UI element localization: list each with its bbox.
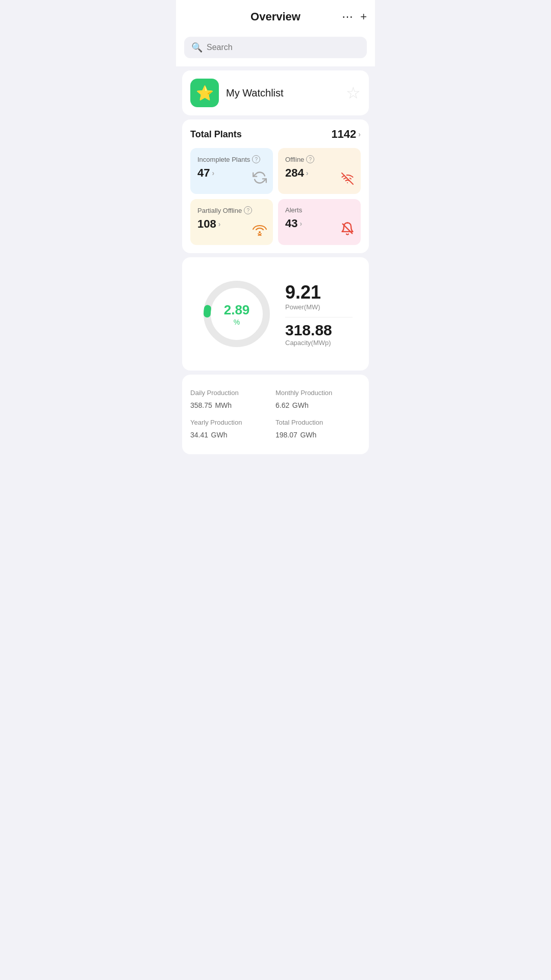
search-input[interactable] <box>207 43 360 52</box>
monthly-production: Monthly Production 6.62 GWh <box>276 385 361 414</box>
yearly-production-value: 34.41 GWh <box>190 428 269 440</box>
yearly-production: Yearly Production 34.41 GWh <box>190 414 276 444</box>
daily-production-value: 358.75 MWh <box>190 399 269 410</box>
stats-grid: Incomplete Plants ? 47 › Offline ? <box>190 148 361 245</box>
incomplete-label: Incomplete Plants ? <box>197 155 266 163</box>
incomplete-help: ? <box>252 155 260 163</box>
search-bar: 🔍 <box>176 32 375 66</box>
power-label: Power(MW) <box>285 303 353 311</box>
daily-production-label: Daily Production <box>190 389 269 397</box>
production-section: Daily Production 358.75 MWh Monthly Prod… <box>182 375 369 454</box>
partially-offline-label: Partially Offline ? <box>197 206 266 214</box>
monthly-production-label: Monthly Production <box>276 389 361 397</box>
offline-help: ? <box>306 155 314 163</box>
stat-card-offline[interactable]: Offline ? 284 › <box>278 148 361 194</box>
total-production-label: Total Production <box>276 419 361 426</box>
donut-section: 2.89 % 9.21 Power(MW) 318.88 Capacity(MW… <box>190 265 361 362</box>
stat-card-incomplete[interactable]: Incomplete Plants ? 47 › <box>190 148 273 194</box>
total-plants-row: Total Plants 1142 › <box>190 128 361 141</box>
stat-card-partially-offline[interactable]: Partially Offline ? 108 › <box>190 199 273 245</box>
daily-production: Daily Production 358.75 MWh <box>190 385 276 414</box>
partially-offline-help: ? <box>244 206 252 214</box>
donut-percent: 2.89 <box>224 302 250 318</box>
watchlist-icon: ⭐ <box>190 79 219 107</box>
watchlist-row: ⭐ My Watchlist ☆ <box>190 79 361 107</box>
donut-center: 2.89 % <box>224 302 250 326</box>
search-icon: 🔍 <box>191 42 203 53</box>
alerts-label: Alerts <box>285 206 354 214</box>
offline-label: Offline ? <box>285 155 354 163</box>
sync-icon <box>253 170 267 188</box>
star-icon: ⭐ <box>196 85 214 102</box>
header-actions: ⋯ + <box>342 10 367 23</box>
total-plants-value[interactable]: 1142 › <box>331 128 361 141</box>
capacity-label: Capacity(MWp) <box>285 339 353 347</box>
watchlist-star-outline: ☆ <box>346 83 361 103</box>
wifi-off-icon <box>340 173 355 188</box>
power-section: 2.89 % 9.21 Power(MW) 318.88 Capacity(MW… <box>182 257 369 371</box>
alert-bell-icon <box>340 222 355 239</box>
divider <box>285 317 353 317</box>
stat-card-alerts[interactable]: Alerts 43 › <box>278 199 361 245</box>
svg-point-2 <box>259 231 261 233</box>
power-value: 9.21 <box>285 282 353 303</box>
more-icon[interactable]: ⋯ <box>342 10 353 23</box>
wifi-x-icon <box>253 222 267 239</box>
page-title: Overview <box>251 10 300 23</box>
total-production-value: 198.07 GWh <box>276 428 361 440</box>
power-info: 9.21 Power(MW) 318.88 Capacity(MWp) <box>285 282 353 347</box>
watchlist-label: My Watchlist <box>226 87 284 99</box>
search-input-wrap[interactable]: 🔍 <box>184 37 367 58</box>
total-plants-label: Total Plants <box>190 129 242 140</box>
total-plants-chevron: › <box>358 130 361 138</box>
donut-chart: 2.89 % <box>198 276 275 352</box>
capacity-value: 318.88 <box>285 322 353 339</box>
donut-pct-label: % <box>224 318 250 326</box>
header: Overview ⋯ + <box>176 0 375 32</box>
watchlist-section[interactable]: ⭐ My Watchlist ☆ <box>182 70 369 115</box>
plants-section: Total Plants 1142 › Incomplete Plants ? … <box>182 119 369 253</box>
yearly-production-label: Yearly Production <box>190 419 269 426</box>
total-production: Total Production 198.07 GWh <box>276 414 361 444</box>
monthly-production-value: 6.62 GWh <box>276 399 361 410</box>
add-icon[interactable]: + <box>360 10 367 23</box>
